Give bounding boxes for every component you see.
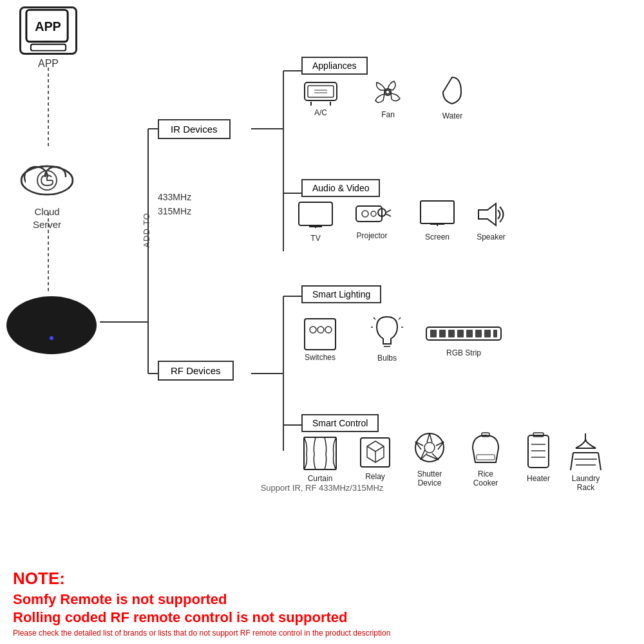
- svg-rect-45: [305, 319, 336, 350]
- note-line3: Please check the detailed list of brands…: [13, 629, 631, 638]
- svg-marker-44: [478, 204, 496, 225]
- note-label: NOTE:: [13, 569, 631, 589]
- relay-item: Relay: [357, 435, 393, 481]
- water-label: Water: [442, 111, 463, 120]
- speaker-label: Speaker: [477, 232, 506, 242]
- appliances-box: Appliances: [301, 57, 368, 75]
- heater-item: Heater: [522, 430, 555, 483]
- shutter-label: ShutterDevice: [417, 469, 442, 488]
- main-container: APP APP CloudServer: [0, 0, 644, 644]
- svg-rect-63: [484, 330, 491, 337]
- svg-point-47: [317, 327, 324, 333]
- note-line2: Rolling coded RF remote control is not s…: [13, 609, 631, 626]
- rgb-strip-label: RGB Strip: [446, 348, 481, 357]
- fan-item: Fan: [370, 76, 406, 119]
- svg-line-77: [427, 433, 430, 442]
- laundry-rack-item: LaundryRack: [568, 430, 603, 492]
- svg-line-52: [374, 317, 375, 319]
- svg-rect-64: [493, 330, 497, 337]
- svg-rect-62: [475, 330, 482, 337]
- svg-point-39: [362, 211, 368, 217]
- svg-rect-65: [304, 437, 336, 469]
- note-section: NOTE: Somfy Remote is not supported Roll…: [13, 569, 631, 638]
- ac-label: A/C: [314, 108, 327, 117]
- svg-rect-60: [457, 330, 464, 337]
- audio-video-box: Audio & Video: [301, 179, 380, 197]
- shutter-item: ShutterDevice: [411, 430, 448, 488]
- tv-label: TV: [310, 234, 320, 243]
- smart-control-box: Smart Control: [301, 414, 379, 432]
- svg-line-53: [399, 317, 401, 319]
- rf-devices-box: RF Devices: [158, 361, 234, 381]
- svg-rect-17: [31, 44, 66, 50]
- svg-rect-41: [421, 201, 454, 223]
- rice-cooker-label: RiceCooker: [473, 469, 498, 488]
- svg-line-72: [367, 446, 375, 451]
- svg-line-37: [386, 210, 391, 213]
- freq-433: 433MHz: [158, 190, 191, 204]
- svg-rect-25: [308, 86, 334, 97]
- hub-device: [6, 296, 97, 354]
- relay-label: Relay: [365, 472, 385, 481]
- fan-label: Fan: [381, 110, 395, 119]
- smart-lighting-box: Smart Lighting: [301, 285, 381, 303]
- svg-line-100: [598, 453, 601, 470]
- svg-text:APP: APP: [35, 19, 61, 33]
- svg-line-84: [421, 450, 425, 460]
- screen-item: Screen: [419, 198, 456, 242]
- hub-section: [6, 296, 97, 354]
- svg-rect-57: [430, 330, 437, 337]
- svg-line-38: [386, 214, 391, 216]
- svg-rect-24: [305, 82, 337, 100]
- svg-line-99: [571, 453, 573, 470]
- tv-item: TV: [296, 200, 335, 243]
- laundry-rack-label: LaundryRack: [572, 474, 600, 492]
- svg-point-31: [386, 90, 390, 94]
- hub-led: [50, 336, 53, 340]
- svg-point-40: [371, 211, 376, 216]
- support-text: Support IR, RF 433MHz/315MHz: [261, 483, 384, 493]
- switches-label: Switches: [305, 353, 336, 362]
- curtain-label: Curtain: [308, 474, 333, 483]
- svg-rect-89: [477, 455, 495, 460]
- note-line1: Somfy Remote is not supported: [13, 591, 631, 608]
- app-icon: APP: [19, 6, 77, 55]
- svg-point-46: [310, 327, 316, 333]
- screen-label: Screen: [425, 232, 450, 242]
- app-label: APP: [38, 58, 59, 70]
- svg-line-82: [426, 455, 439, 460]
- cloud-icon: [12, 148, 82, 202]
- svg-rect-90: [528, 435, 549, 468]
- bulbs-item: Bulbs: [370, 314, 404, 363]
- rgb-strip-item: RGB Strip: [425, 321, 502, 357]
- projector-item: Projector: [351, 198, 393, 240]
- add-to-label: ADD TO: [142, 213, 151, 248]
- freq-labels: 433MHz 315MHz: [158, 190, 191, 219]
- svg-point-48: [325, 327, 332, 333]
- ir-devices-box: IR Devices: [158, 119, 231, 139]
- cloud-section: CloudServer: [12, 148, 82, 231]
- svg-rect-58: [439, 330, 446, 337]
- heater-label: Heater: [527, 474, 550, 483]
- projector-label: Projector: [356, 231, 387, 240]
- switches-item: Switches: [301, 316, 339, 362]
- svg-line-73: [375, 446, 384, 451]
- svg-rect-61: [466, 330, 473, 337]
- app-section: APP APP: [19, 6, 77, 70]
- rice-cooker-item: RiceCooker: [468, 430, 504, 488]
- freq-315: 315MHz: [158, 204, 191, 218]
- water-item: Water: [438, 74, 467, 120]
- curtain-item: Curtain: [301, 435, 339, 483]
- svg-line-78: [430, 433, 432, 442]
- svg-point-76: [424, 442, 435, 453]
- svg-rect-32: [299, 202, 332, 225]
- ac-item: A/C: [301, 77, 340, 117]
- cloud-label: CloudServer: [33, 205, 61, 231]
- speaker-item: Speaker: [473, 198, 509, 242]
- bulbs-label: Bulbs: [377, 354, 397, 363]
- svg-rect-59: [448, 330, 455, 337]
